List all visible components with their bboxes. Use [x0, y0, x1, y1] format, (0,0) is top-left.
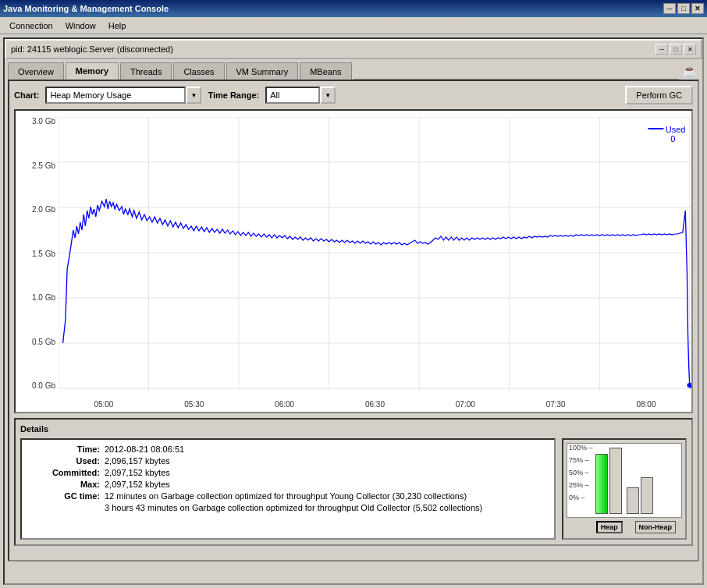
- details-key-max: Max:: [30, 480, 100, 489]
- inner-window-controls: ─ □ ✕: [655, 44, 696, 55]
- chart-select[interactable]: Heap Memory Usage ▼: [45, 87, 201, 104]
- y-label-2: 2.0 Gb: [19, 205, 55, 214]
- x-label-6: 08:00: [636, 400, 655, 409]
- details-val-committed: 2,097,152 kbytes: [105, 468, 546, 477]
- heap-bars-area: [594, 445, 680, 515]
- heap-y-2: 50% –: [569, 469, 593, 476]
- x-label-2: 06:00: [275, 400, 294, 409]
- details-row-time: Time: 2012-08-21 08:06:51: [30, 445, 546, 454]
- y-label-1: 2.5 Gb: [19, 161, 55, 170]
- heap-y-4: 0% –: [569, 494, 593, 501]
- details-key-gc: GC time:: [30, 491, 100, 501]
- tab-bar: Overview Memory Threads Classes VM Summa…: [5, 59, 702, 80]
- inner-window-title: pid: 24115 weblogic.Server (disconnected…: [11, 44, 173, 54]
- y-label-6: 0.0 Gb: [19, 381, 55, 390]
- details-val-gc1: 12 minutes on Garbage collection optimiz…: [105, 491, 546, 501]
- details-val-time: 2012-08-21 08:06:51: [105, 445, 546, 454]
- menu-help[interactable]: Help: [102, 19, 133, 32]
- nonheap-committed-bar: [641, 477, 653, 514]
- x-label-5: 07:30: [546, 400, 566, 409]
- minimize-button[interactable]: ─: [663, 3, 676, 14]
- heap-y-labels: 100% – 75% – 50% – 25% – 0% –: [569, 444, 593, 501]
- title-bar-text: Java Monitoring & Management Console: [3, 4, 663, 13]
- svg-text:0: 0: [670, 135, 675, 143]
- chart-label: Chart:: [14, 90, 39, 100]
- heap-bar-labels: Heap Non-Heap: [590, 519, 682, 535]
- tab-vm-summary[interactable]: VM Summary: [226, 62, 299, 80]
- y-label-0: 3.0 Gb: [19, 117, 55, 126]
- details-row-committed: Committed: 2,097,152 kbytes: [30, 468, 546, 477]
- details-key-used: Used:: [30, 456, 100, 466]
- time-range-value[interactable]: All: [265, 87, 320, 104]
- perform-gc-button[interactable]: Perform GC: [625, 86, 693, 104]
- chart-select-arrow[interactable]: ▼: [186, 87, 201, 104]
- y-label-4: 1.0 Gb: [19, 293, 55, 302]
- chart-inner: Used 0 05:00 05:30 06:00 06:30 07:00 07:…: [59, 111, 691, 412]
- details-row-used: Used: 2,096,157 kbytes: [30, 456, 546, 466]
- x-label-3: 06:30: [365, 400, 385, 409]
- nonheap-used-bar: [627, 487, 639, 514]
- heap-label-button[interactable]: Heap: [596, 521, 623, 533]
- tab-threads[interactable]: Threads: [120, 62, 172, 80]
- time-range-label: Time Range:: [208, 90, 259, 100]
- time-range-arrow[interactable]: ▼: [320, 87, 336, 104]
- heap-y-0: 100% –: [569, 444, 593, 452]
- details-key-time: Time:: [30, 445, 100, 454]
- details-key-committed: Committed:: [30, 468, 100, 477]
- menu-bar: Connection Window Help: [0, 17, 707, 34]
- details-table: Time: 2012-08-21 08:06:51 Used: 2,096,15…: [20, 438, 556, 540]
- tab-memory[interactable]: Memory: [66, 62, 119, 80]
- details-val-gc2: 3 hours 43 minutes on Garbage collection…: [105, 503, 546, 512]
- x-label-0: 05:00: [94, 400, 113, 409]
- inner-title-bar: pid: 24115 weblogic.Server (disconnected…: [5, 39, 702, 59]
- details-inner: Time: 2012-08-21 08:06:51 Used: 2,096,15…: [20, 438, 687, 540]
- close-button[interactable]: ✕: [691, 3, 704, 14]
- details-row-gc2: 3 hours 43 minutes on Garbage collection…: [30, 503, 546, 512]
- tab-classes[interactable]: Classes: [173, 62, 224, 80]
- time-range-select[interactable]: All ▼: [265, 87, 336, 104]
- chart-container: 3.0 Gb 2.5 Gb 2.0 Gb 1.5 Gb 1.0 Gb 0.5 G…: [14, 109, 693, 413]
- inner-minimize-btn[interactable]: ─: [655, 44, 668, 55]
- details-title: Details: [20, 424, 687, 434]
- coffee-icon: ☕: [680, 61, 699, 80]
- content-area: Chart: Heap Memory Usage ▼ Time Range: A…: [8, 80, 699, 561]
- y-axis: 3.0 Gb 2.5 Gb 2.0 Gb 1.5 Gb 1.0 Gb 0.5 G…: [16, 111, 59, 412]
- heap-chart: 100% – 75% – 50% – 25% – 0% –: [562, 438, 687, 540]
- details-key-gc2: [30, 503, 100, 512]
- details-row-gc1: GC time: 12 minutes on Garbage collectio…: [30, 491, 546, 501]
- title-bar: Java Monitoring & Management Console ─ □…: [0, 0, 707, 17]
- menu-window[interactable]: Window: [59, 19, 102, 32]
- title-bar-controls: ─ □ ✕: [663, 3, 704, 14]
- heap-used-bar: [595, 454, 608, 514]
- heap-chart-inner: 100% – 75% – 50% – 25% – 0% –: [567, 443, 682, 518]
- inner-close-btn[interactable]: ✕: [684, 44, 696, 55]
- tab-mbeans[interactable]: MBeans: [300, 62, 351, 80]
- heap-y-3: 25% –: [569, 481, 593, 489]
- svg-text:Used: Used: [666, 126, 686, 134]
- heap-committed-bar: [609, 448, 622, 514]
- details-val-used: 2,096,157 kbytes: [105, 456, 546, 466]
- x-label-1: 05:30: [184, 400, 204, 409]
- y-label-3: 1.5 Gb: [19, 250, 55, 258]
- heap-bar-pair-heap: [595, 447, 622, 514]
- toolbar: Chart: Heap Memory Usage ▼ Time Range: A…: [14, 86, 693, 104]
- details-row-max: Max: 2,097,152 kbytes: [30, 480, 546, 489]
- details-val-max: 2,097,152 kbytes: [105, 480, 546, 489]
- x-label-4: 07:00: [456, 400, 475, 409]
- inner-maximize-btn[interactable]: □: [670, 44, 682, 55]
- chart-select-value[interactable]: Heap Memory Usage: [45, 87, 186, 104]
- maximize-button[interactable]: □: [677, 3, 690, 14]
- heap-y-1: 75% –: [569, 456, 593, 464]
- menu-connection[interactable]: Connection: [3, 19, 59, 32]
- window-frame: pid: 24115 weblogic.Server (disconnected…: [3, 37, 704, 585]
- svg-point-18: [687, 383, 691, 388]
- y-label-5: 0.5 Gb: [19, 338, 55, 346]
- details-section: Details Time: 2012-08-21 08:06:51 Used: …: [14, 418, 693, 546]
- heap-bar-pair-nonheap: [627, 447, 653, 514]
- memory-chart-svg: Used 0: [59, 117, 691, 390]
- x-axis-labels: 05:00 05:30 06:00 06:30 07:00 07:30 08:0…: [59, 400, 691, 409]
- tab-overview[interactable]: Overview: [8, 62, 64, 80]
- non-heap-label-button[interactable]: Non-Heap: [635, 521, 677, 533]
